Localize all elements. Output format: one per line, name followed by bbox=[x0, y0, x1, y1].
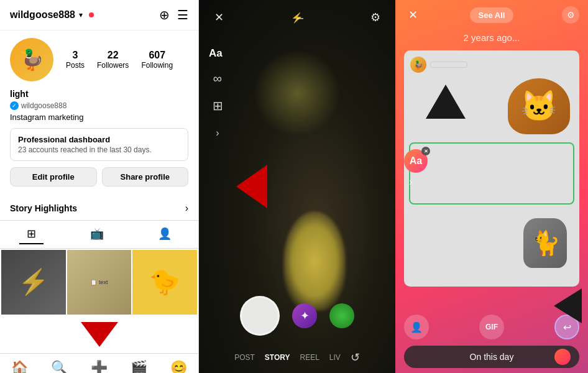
orange-cat-image: 🐱 bbox=[508, 78, 570, 134]
otd-settings-icon[interactable]: ⚙ bbox=[562, 6, 579, 24]
arrow-left-indicator bbox=[236, 165, 267, 208]
chevron-down-otd[interactable]: › bbox=[409, 177, 412, 188]
followers-label: Followers bbox=[97, 61, 129, 70]
arrow-down-indicator bbox=[81, 322, 118, 347]
otd-content: 🦆 🐱 🐈 bbox=[404, 50, 579, 306]
posts-count: 3 bbox=[66, 50, 85, 61]
edit-profile-button[interactable]: Edit profile bbox=[10, 167, 97, 186]
dashboard-title: Professional dashboard bbox=[18, 135, 180, 144]
followers-count: 22 bbox=[97, 50, 129, 61]
infinity-icon[interactable]: ∞ bbox=[209, 70, 226, 87]
on-this-day-bar: On this day bbox=[404, 346, 579, 368]
profile-handle: ✓ wildgoose888 bbox=[10, 101, 188, 110]
profile-username-header: wildgoose888 bbox=[10, 9, 75, 21]
mode-reel[interactable]: REEL bbox=[300, 353, 319, 362]
chevron-down-icon[interactable]: › bbox=[185, 203, 188, 214]
camera-tools: Aa ∞ ⊞ › bbox=[199, 35, 395, 142]
header-icons: ⊕ ☰ bbox=[159, 7, 188, 22]
mode-live[interactable]: LIV bbox=[329, 353, 341, 362]
mode-post[interactable]: POST bbox=[234, 353, 255, 362]
verified-icon: ✓ bbox=[10, 101, 19, 110]
aa-circle-button[interactable]: Aa ✕ bbox=[404, 149, 428, 173]
following-label: Following bbox=[141, 61, 173, 70]
memory-card: 🦆 🐱 🐈 bbox=[404, 50, 579, 287]
otd-color-circle[interactable] bbox=[554, 349, 571, 365]
story-highlights-section: Story Highlights › bbox=[0, 203, 198, 220]
red-arrow-left bbox=[236, 165, 267, 208]
camera-mode-bar: POST STORY REEL LIV ↺ bbox=[199, 351, 395, 364]
boomerang-button[interactable] bbox=[329, 303, 354, 328]
following-count: 607 bbox=[141, 50, 173, 61]
followers-stat[interactable]: 22 Followers bbox=[97, 50, 129, 70]
profile-header: wildgoose888 ▾ ⊕ ☰ bbox=[0, 0, 198, 30]
ai-sparkle-button[interactable]: ✦ bbox=[292, 303, 317, 328]
aa-text-tool[interactable]: Aa ✕ bbox=[404, 149, 428, 173]
onthisday-panel: ✕ See All ⚙ 2 years ago... 🦆 🐱 � bbox=[395, 0, 588, 373]
otd-top-bar: ✕ See All ⚙ bbox=[395, 0, 588, 30]
professional-dashboard[interactable]: Professional dashboard 23 accounts reach… bbox=[10, 128, 188, 161]
dropdown-icon[interactable]: ▾ bbox=[79, 11, 83, 19]
aa-close-icon[interactable]: ✕ bbox=[421, 147, 430, 155]
share-profile-button[interactable]: Share profile bbox=[102, 167, 189, 186]
story-tabs: ⊞ 📺 👤 bbox=[0, 220, 198, 249]
posts-label: Posts bbox=[66, 61, 85, 70]
red-arrow-down bbox=[0, 316, 198, 353]
story-highlights-title: Story Highlights bbox=[10, 203, 77, 213]
memory-header: 🦆 bbox=[410, 57, 573, 73]
otd-close-button[interactable]: ✕ bbox=[404, 6, 421, 24]
posts-stat: 3 Posts bbox=[66, 50, 85, 70]
profile-panel: wildgoose888 ▾ ⊕ ☰ 🦆 3 Posts 22 Follower… bbox=[0, 0, 199, 373]
add-content-icon[interactable]: ⊕ bbox=[159, 7, 170, 22]
nav-reels[interactable]: 🎬 bbox=[131, 360, 147, 373]
camera-settings-icon[interactable]: ⚙ bbox=[365, 7, 385, 27]
profile-buttons: Edit profile Share profile bbox=[10, 167, 188, 186]
camera-close-button[interactable]: ✕ bbox=[209, 7, 229, 27]
menu-icon[interactable]: ☰ bbox=[177, 7, 188, 22]
nav-add[interactable]: ➕ bbox=[91, 360, 108, 373]
post-item-1[interactable]: ⚡ bbox=[1, 250, 66, 315]
post-item-3[interactable]: 🐤 bbox=[132, 250, 197, 315]
otd-time-text: 2 years ago... bbox=[395, 30, 588, 45]
stats-group: 3 Posts 22 Followers 607 Following bbox=[66, 50, 173, 70]
camera-capture-row: ✦ bbox=[199, 296, 395, 336]
see-all-button[interactable]: See All bbox=[470, 7, 514, 23]
green-selection-box bbox=[409, 142, 574, 205]
camera-bottom-icon[interactable]: 👤 bbox=[404, 315, 429, 339]
layout-icon[interactable]: ⊞ bbox=[209, 97, 226, 114]
notification-dot bbox=[89, 12, 94, 17]
post-item-2[interactable]: 📋 text bbox=[67, 250, 132, 315]
profile-info: 🦆 3 Posts 22 Followers 607 Following lig… bbox=[0, 30, 198, 203]
profile-bio: Instagram marketing bbox=[10, 113, 188, 122]
gray-cat-image: 🐈 bbox=[523, 218, 567, 268]
camera-flash-icon[interactable]: ⚡̶ bbox=[287, 7, 307, 27]
memory-avatar: 🦆 bbox=[410, 57, 426, 73]
gif-button[interactable]: GIF bbox=[479, 315, 504, 339]
tab-tagged[interactable]: 👤 bbox=[150, 224, 179, 244]
chevron-down-camera-icon[interactable]: › bbox=[209, 124, 226, 142]
camera-top-bar: ✕ ⚡̶ ⚙ bbox=[199, 0, 395, 35]
black-arrow-indicator bbox=[554, 288, 582, 323]
capture-button[interactable] bbox=[240, 296, 280, 336]
nav-home[interactable]: 🏠 bbox=[11, 360, 28, 373]
profile-name: light bbox=[10, 89, 188, 99]
avatar: 🦆 bbox=[10, 38, 53, 81]
tab-grid[interactable]: ⊞ bbox=[19, 224, 44, 244]
bottom-nav: 🏠 🔍 ➕ 🎬 😊 bbox=[0, 353, 198, 373]
tab-igtv[interactable]: 📺 bbox=[83, 224, 111, 244]
post-grid: ⚡ 📋 text 🐤 bbox=[0, 249, 198, 316]
nav-search[interactable]: 🔍 bbox=[51, 360, 68, 373]
text-tool-button[interactable]: Aa bbox=[209, 47, 395, 60]
camera-panel: ✕ ⚡̶ ⚙ Aa ∞ ⊞ › ✦ POST STORY REEL LIV ↺ bbox=[199, 0, 395, 373]
on-this-day-text: On this day bbox=[470, 352, 514, 362]
nav-profile[interactable]: 😊 bbox=[170, 360, 187, 373]
dashboard-subtitle: 23 accounts reached in the last 30 days. bbox=[18, 145, 180, 154]
mode-story[interactable]: STORY bbox=[265, 353, 290, 362]
profile-stats: 🦆 3 Posts 22 Followers 607 Following bbox=[10, 38, 188, 81]
following-stat[interactable]: 607 Following bbox=[141, 50, 173, 70]
camera-rotate-icon[interactable]: ↺ bbox=[351, 351, 360, 364]
